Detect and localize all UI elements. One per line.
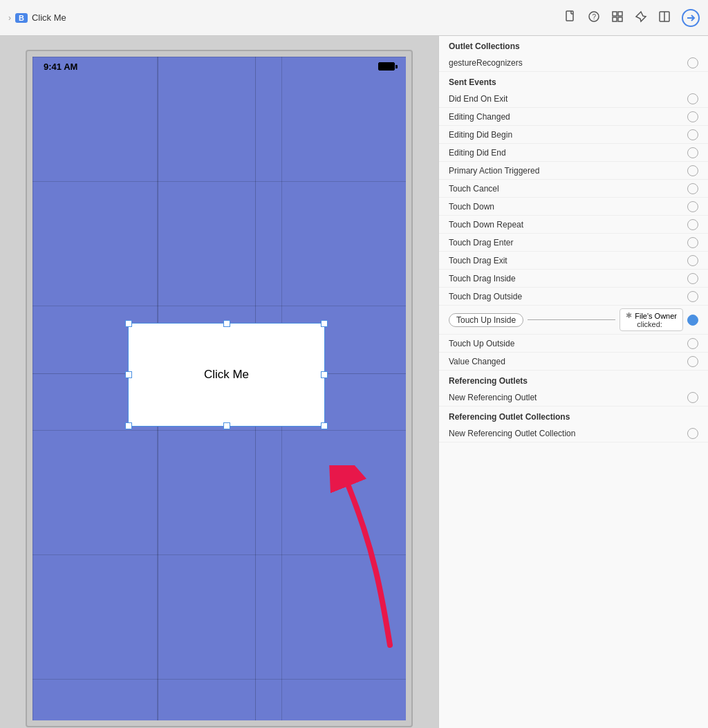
asterisk-icon: ✱ — [626, 311, 632, 320]
handle-bl[interactable] — [125, 422, 132, 429]
svg-rect-5 — [613, 12, 617, 16]
svg-rect-8 — [618, 17, 622, 21]
pin-icon[interactable] — [635, 10, 647, 26]
primary-action-connect[interactable] — [687, 165, 698, 176]
breadcrumb-arrow: › — [8, 13, 11, 23]
touch-down-connect[interactable] — [687, 201, 698, 212]
main-content: 9:41 AM Click Me — [0, 36, 708, 728]
did-end-on-exit-label: Did End On Exit — [449, 94, 507, 104]
svg-text:?: ? — [593, 13, 597, 21]
breadcrumb: › B Click Me — [8, 12, 564, 23]
editing-did-begin-label: Editing Did Begin — [449, 130, 512, 140]
touch-drag-enter-row: Touch Drag Enter — [439, 234, 708, 252]
value-changed-connect[interactable] — [687, 356, 698, 367]
touch-drag-inside-connect[interactable] — [687, 273, 698, 284]
new-referencing-outlet-collection-label: New Referencing Outlet Collection — [449, 429, 575, 438]
inspector-icon[interactable] — [658, 10, 671, 26]
value-changed-label: Value Changed — [449, 357, 505, 366]
touch-down-label: Touch Down — [449, 202, 494, 212]
gesture-recognizers-label: gestureRecognizers — [449, 58, 523, 68]
touch-drag-inside-label: Touch Drag Inside — [449, 274, 516, 283]
primary-action-label: Primary Action Triggered — [449, 166, 539, 176]
editing-did-begin-connect[interactable] — [687, 129, 698, 140]
new-referencing-outlet-label: New Referencing Outlet — [449, 393, 537, 402]
breadcrumb-title: Click Me — [32, 12, 66, 23]
right-panel: Outlet Collections gestureRecognizers Se… — [438, 36, 708, 728]
touch-drag-enter-label: Touch Drag Enter — [449, 238, 513, 248]
click-me-button[interactable]: Click Me — [128, 323, 325, 427]
touch-down-repeat-row: Touch Down Repeat — [439, 216, 708, 234]
connection-line — [528, 319, 615, 320]
connection-owner: File's Owner — [635, 312, 677, 320]
touch-drag-inside-row: Touch Drag Inside — [439, 270, 708, 288]
outlet-collections-header: Outlet Collections — [439, 36, 708, 54]
handle-bc[interactable] — [223, 422, 230, 429]
touch-drag-outside-row: Touch Drag Outside — [439, 288, 708, 306]
new-referencing-outlet-row: New Referencing Outlet — [439, 389, 708, 407]
touch-drag-exit-connect[interactable] — [687, 255, 698, 266]
touch-up-inside-row: Touch Up Inside ✱ File's Owner clicked: — [439, 306, 708, 335]
new-referencing-outlet-collection-connect[interactable] — [687, 428, 698, 439]
touch-up-outside-row: Touch Up Outside — [439, 335, 708, 353]
svg-rect-0 — [566, 11, 573, 21]
primary-action-row: Primary Action Triggered — [439, 162, 708, 180]
arrow-icon[interactable] — [682, 9, 700, 27]
phone-screen: 9:41 AM Click Me — [32, 57, 406, 720]
canvas-area: 9:41 AM Click Me — [0, 36, 438, 728]
library-icon[interactable] — [611, 10, 624, 26]
touch-up-outside-connect[interactable] — [687, 338, 698, 349]
touch-cancel-label: Touch Cancel — [449, 184, 499, 194]
editing-changed-row: Editing Changed — [439, 108, 708, 126]
editing-did-begin-row: Editing Did Begin — [439, 126, 708, 144]
svg-rect-6 — [618, 12, 622, 16]
touch-up-outside-label: Touch Up Outside — [449, 339, 514, 348]
gesture-recognizers-row: gestureRecognizers — [439, 54, 708, 72]
editing-did-end-label: Editing Did End — [449, 148, 506, 158]
connection-bubble-content: ✱ File's Owner — [626, 311, 677, 320]
connection-bubble: ✱ File's Owner clicked: — [620, 308, 683, 331]
gesture-recognizers-connect[interactable] — [687, 57, 698, 68]
touch-drag-exit-row: Touch Drag Exit — [439, 252, 708, 270]
editing-changed-label: Editing Changed — [449, 112, 510, 122]
button-label: Click Me — [204, 368, 249, 382]
editing-did-end-row: Editing Did End — [439, 144, 708, 162]
sent-events-header: Sent Events — [439, 72, 708, 90]
touch-up-inside-pill[interactable]: Touch Up Inside — [449, 313, 523, 327]
referencing-outlets-header: Referencing Outlets — [439, 371, 708, 389]
handle-br[interactable] — [321, 422, 328, 429]
help-icon[interactable]: ? — [588, 10, 600, 26]
handle-ml[interactable] — [125, 371, 132, 378]
editing-changed-connect[interactable] — [687, 111, 698, 122]
handle-tl[interactable] — [125, 320, 132, 327]
connection-method: clicked: — [626, 320, 662, 328]
battery-icon — [378, 62, 395, 71]
touch-up-inside-connect-filled[interactable] — [687, 315, 698, 326]
touch-drag-outside-connect[interactable] — [687, 291, 698, 302]
handle-tc[interactable] — [223, 320, 230, 327]
referencing-outlet-collections-header: Referencing Outlet Collections — [439, 407, 708, 424]
handle-tr[interactable] — [321, 320, 328, 327]
touch-cancel-connect[interactable] — [687, 183, 698, 194]
handle-mr[interactable] — [321, 371, 328, 378]
top-bar: › B Click Me ? — [0, 0, 708, 36]
new-file-icon[interactable] — [564, 10, 577, 26]
touch-down-repeat-connect[interactable] — [687, 219, 698, 230]
value-changed-row: Value Changed — [439, 353, 708, 371]
touch-drag-enter-connect[interactable] — [687, 237, 698, 248]
b-badge: B — [15, 13, 28, 23]
touch-down-repeat-label: Touch Down Repeat — [449, 220, 523, 230]
did-end-on-exit-row: Did End On Exit — [439, 90, 708, 108]
status-bar: 9:41 AM — [32, 57, 406, 76]
toolbar-icons: ? — [564, 9, 700, 27]
touch-down-row: Touch Down — [439, 198, 708, 216]
editing-did-end-connect[interactable] — [687, 147, 698, 158]
did-end-on-exit-connect[interactable] — [687, 93, 698, 104]
touch-cancel-row: Touch Cancel — [439, 180, 708, 198]
new-referencing-outlet-collection-row: New Referencing Outlet Collection — [439, 424, 708, 442]
new-referencing-outlet-connect[interactable] — [687, 392, 698, 403]
phone-frame: 9:41 AM Click Me — [26, 50, 413, 727]
touch-drag-outside-label: Touch Drag Outside — [449, 292, 522, 301]
svg-rect-7 — [613, 17, 617, 21]
status-time: 9:41 AM — [44, 62, 77, 72]
touch-drag-exit-label: Touch Drag Exit — [449, 256, 507, 265]
